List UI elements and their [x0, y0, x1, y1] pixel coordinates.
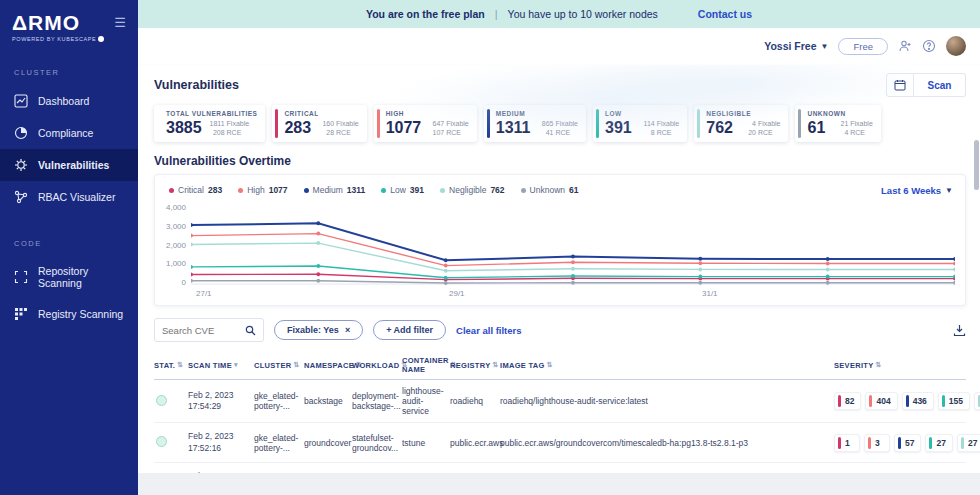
sidebar-item-rbac-visualizer[interactable]: RBAC Visualizer	[0, 181, 138, 213]
clear-all-filters-link[interactable]: Clear all filters	[456, 325, 521, 336]
card-low[interactable]: LOW 391 114 Fixable8 RCE	[593, 105, 687, 142]
chart-point[interactable]	[698, 268, 702, 272]
filter-chip-fixable[interactable]: Fixable: Yes ×	[274, 320, 363, 340]
account-menu[interactable]: Yossi Free ▼	[764, 40, 828, 52]
chart-point[interactable]	[698, 257, 702, 261]
chart-point[interactable]	[444, 281, 448, 285]
card-high[interactable]: HIGH 1077 647 Fixable107 RCE	[374, 105, 477, 142]
chart-point[interactable]	[316, 232, 320, 236]
menu-toggle-icon[interactable]: ☰	[114, 16, 126, 29]
scan-button[interactable]: Scan	[914, 73, 966, 97]
card-critical[interactable]: CRITICAL 283 160 Fixable28 RCE	[272, 105, 366, 142]
plan-badge-button[interactable]: Free	[838, 38, 888, 55]
help-icon[interactable]	[922, 39, 936, 53]
avatar[interactable]	[946, 36, 966, 56]
card-total-vulnerabilities[interactable]: TOTAL VULNERABILITIES 3885 1811 Fixable2…	[154, 105, 265, 142]
sidebar-item-compliance[interactable]: Compliance	[0, 117, 138, 149]
table-row[interactable]: Feb 2, 202317:52:16gke_elated-pottery-..…	[154, 423, 966, 463]
time-range-selector[interactable]: Last 6 Weeks ▼	[881, 185, 953, 196]
severity-badge[interactable]: 82	[834, 392, 861, 410]
chart-point[interactable]	[444, 276, 448, 280]
chart-point[interactable]	[698, 281, 702, 285]
card-unknown[interactable]: UNKNOWN 61 21 Fixable4 RCE	[795, 105, 880, 142]
severity-badge[interactable]: 155	[974, 392, 980, 410]
chart-point[interactable]	[191, 223, 193, 227]
chart-point[interactable]	[826, 268, 830, 272]
sidebar-item-vulnerabilities[interactable]: Vulnerabilities	[0, 149, 138, 181]
sort-icon[interactable]: ⇅	[547, 361, 553, 369]
chart-point[interactable]	[191, 273, 193, 277]
card-negligible[interactable]: NEGLIGIBLE 762 4 Fixable20 RCE	[694, 105, 788, 142]
legend-item-critical[interactable]: Critical283	[169, 185, 222, 195]
legend-item-unknown[interactable]: Unknown61	[521, 185, 579, 195]
chart-point[interactable]	[316, 272, 320, 276]
chart-point[interactable]	[826, 281, 830, 285]
chart-point[interactable]	[571, 274, 575, 278]
legend-item-negligible[interactable]: Negligible762	[440, 185, 505, 195]
chart-point[interactable]	[698, 261, 702, 265]
vertical-scrollbar[interactable]	[974, 140, 979, 190]
chart-point[interactable]	[444, 264, 448, 268]
add-filter-button[interactable]: + Add filter	[373, 320, 446, 340]
chart-point[interactable]	[191, 265, 193, 269]
chart-point[interactable]	[698, 275, 702, 279]
chart-point[interactable]	[571, 260, 575, 264]
chart-plot-area[interactable]	[191, 203, 955, 287]
col-scan-time[interactable]: SCAN TIME▾	[188, 361, 250, 370]
severity-badge[interactable]: 57	[894, 434, 921, 452]
severity-badge[interactable]: 155	[938, 392, 970, 410]
legend-item-low[interactable]: Low391	[381, 185, 424, 195]
sort-desc-icon[interactable]: ▾	[234, 361, 238, 369]
chart-point[interactable]	[444, 269, 448, 273]
chart-point[interactable]	[826, 275, 830, 279]
chart-point[interactable]	[316, 279, 320, 283]
severity-badge[interactable]: 27	[925, 434, 952, 452]
chart-point[interactable]	[571, 255, 575, 259]
chart-point[interactable]	[444, 258, 448, 262]
chart-point[interactable]	[571, 281, 575, 285]
chart-point[interactable]	[953, 262, 955, 266]
sidebar-item-dashboard[interactable]: Dashboard	[0, 85, 138, 117]
severity-badge[interactable]: 404	[865, 392, 897, 410]
col-namespace[interactable]: NAMESPACE⇅	[304, 361, 348, 370]
sort-icon[interactable]: ⇅	[876, 361, 882, 369]
col-registry[interactable]: REGISTRY⇅	[450, 361, 496, 370]
invite-user-icon[interactable]	[898, 39, 912, 53]
col-severity[interactable]: SEVERITY⇅	[834, 361, 966, 370]
chart-point[interactable]	[191, 234, 193, 238]
chart-point[interactable]	[953, 268, 955, 272]
col-workload[interactable]: WORKLOAD⇅	[352, 361, 398, 370]
sort-icon[interactable]: ⇅	[177, 361, 183, 369]
contact-us-link[interactable]: Contact us	[698, 8, 752, 20]
chart-point[interactable]	[571, 267, 575, 271]
chart-point[interactable]	[826, 257, 830, 261]
sidebar-item-registry-scanning[interactable]: Registry Scanning	[0, 298, 138, 330]
chart-point[interactable]	[316, 264, 320, 268]
search-input[interactable]	[162, 325, 242, 336]
severity-badge[interactable]: 3	[864, 434, 890, 452]
sidebar-item-repository-scanning[interactable]: Repository Scanning	[0, 256, 138, 298]
search-cve-box[interactable]	[154, 318, 264, 342]
col-image-tag[interactable]: IMAGE TAG⇅	[500, 361, 830, 370]
download-button[interactable]	[953, 324, 966, 337]
table-row[interactable]: Feb 2, 202317:54:29gke_elated-pottery-..…	[154, 380, 966, 423]
col-stat[interactable]: STAT.⇅	[154, 361, 184, 370]
chart-point[interactable]	[191, 243, 193, 247]
chart-point[interactable]	[316, 221, 320, 225]
chart-point[interactable]	[316, 241, 320, 245]
legend-item-medium[interactable]: Medium1311	[304, 185, 366, 195]
chart-point[interactable]	[191, 279, 193, 283]
chart-point[interactable]	[953, 257, 955, 261]
sort-icon[interactable]: ⇅	[294, 361, 300, 369]
remove-filter-icon[interactable]: ×	[345, 325, 350, 335]
schedule-scan-button[interactable]	[886, 73, 914, 97]
legend-item-high[interactable]: High1077	[238, 185, 287, 195]
col-cluster[interactable]: CLUSTER⇅	[254, 361, 300, 370]
severity-badge[interactable]: 1	[834, 434, 860, 452]
chart-point[interactable]	[826, 262, 830, 266]
severity-badge[interactable]: 436	[902, 392, 934, 410]
sort-icon[interactable]: ⇅	[492, 361, 498, 369]
severity-badge[interactable]: 27	[957, 434, 980, 452]
card-medium[interactable]: MEDIUM 1311 865 Fixable41 RCE	[484, 105, 586, 142]
col-container-name[interactable]: CONTAINER NAME⇅	[402, 356, 446, 374]
